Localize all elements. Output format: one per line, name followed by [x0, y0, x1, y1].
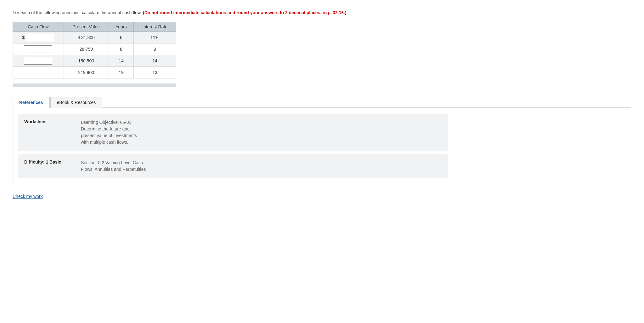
reference-label-0: Worksheet [24, 119, 81, 124]
pv-cell-2: 150,500 [64, 55, 109, 67]
cash-flow-input-0[interactable] [26, 34, 54, 41]
cash-flow-input-1[interactable] [24, 45, 52, 53]
tab-ebook-resources[interactable]: eBook & Resources [50, 97, 103, 108]
years-cell-3: 19 [109, 67, 133, 78]
cash-flow-input-2[interactable] [24, 57, 52, 65]
col-header-cashflow: Cash Flow [13, 22, 64, 32]
table-row: 28,75089 [13, 43, 176, 55]
instruction-normal: For each of the following annuities, cal… [13, 10, 142, 15]
reference-content-1: Section: 5.2 Valuing Level Cash Flows: A… [81, 159, 146, 173]
col-header-rate: Interest Rate [134, 22, 176, 32]
tabs-bar: References eBook & Resources [13, 97, 631, 108]
cash-flow-cell-1 [13, 43, 64, 55]
reference-label-1: Difficulty: 1 Basic [24, 159, 81, 164]
instruction-text: For each of the following annuities, cal… [13, 9, 631, 16]
table-row: $$ 31,800611% [13, 32, 176, 43]
cash-flow-cell-3 [13, 67, 64, 78]
table-row: 219,9001913 [13, 67, 176, 78]
tabs-container: References eBook & Resources WorksheetLe… [13, 97, 631, 184]
horizontal-scrollbar[interactable] [13, 84, 176, 87]
cash-flow-input-3[interactable] [24, 69, 52, 76]
pv-cell-1: 28,750 [64, 43, 109, 55]
rate-cell-0: 11% [134, 32, 176, 43]
reference-row-1: Difficulty: 1 BasicSection: 5.2 Valuing … [18, 154, 448, 178]
col-header-years: Years [109, 22, 133, 32]
years-cell-0: 6 [109, 32, 133, 43]
years-cell-1: 8 [109, 43, 133, 55]
instruction-highlight: (Do not round intermediate calculations … [143, 10, 347, 15]
col-header-pv: Present Value [64, 22, 109, 32]
cash-flow-cell-0: $ [13, 32, 64, 43]
rate-cell-2: 14 [134, 55, 176, 67]
table-row: 150,5001414 [13, 55, 176, 67]
years-cell-2: 14 [109, 55, 133, 67]
references-panel: WorksheetLearning Objective: 05-01 Deter… [13, 108, 453, 184]
pv-cell-3: 219,900 [64, 67, 109, 78]
pv-cell-0: $ 31,800 [64, 32, 109, 43]
reference-content-0: Learning Objective: 05-01 Determine the … [81, 119, 137, 146]
rate-cell-1: 9 [134, 43, 176, 55]
table-header-row: Cash Flow Present Value Years Interest R… [13, 22, 176, 32]
dollar-sign-0: $ [22, 35, 25, 40]
reference-row-0: WorksheetLearning Objective: 05-01 Deter… [18, 114, 448, 151]
annuity-table: Cash Flow Present Value Years Interest R… [13, 22, 176, 78]
rate-cell-3: 13 [134, 67, 176, 78]
tab-references[interactable]: References [13, 97, 50, 108]
cash-flow-cell-2 [13, 55, 64, 67]
check-my-work-link[interactable]: Check my work [13, 194, 43, 199]
